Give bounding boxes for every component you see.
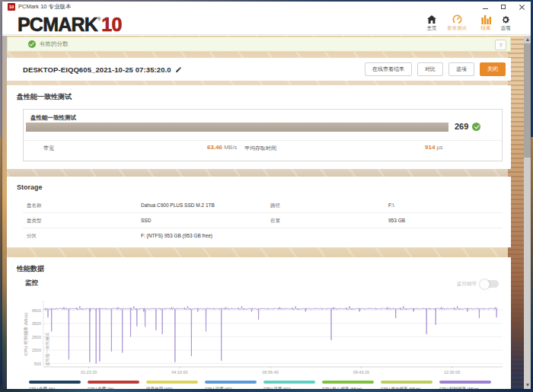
main-nav: 主页 基准测试 结果 选项 — [2, 12, 531, 34]
partition-label: 分区 — [27, 233, 37, 240]
legend-label: 磁盘使用 (I/O) — [146, 386, 194, 390]
legend-color-bar — [29, 381, 81, 384]
consistency-score: 269 — [455, 122, 468, 131]
legend-item: CPU 温度 (°C) — [263, 381, 315, 389]
app-header: PCMARK®10 主页 基准测试 结果 — [2, 12, 531, 35]
svg-text:04:10:00: 04:10:00 — [171, 370, 187, 374]
pcmark-window: 10 PCMark 10 专业版本 PCMARK®10 主页 基准测试 — [2, 2, 531, 389]
performance-section: 性能数据 监控 监控细节 450035002500150050001:23:20… — [7, 257, 511, 389]
bandwidth-value: 63.46 MB/s — [207, 144, 237, 151]
legend-item: CPU 时钟频率 (MHz) — [439, 381, 491, 389]
bandwidth-number: 63.46 — [207, 144, 222, 151]
bandwidth-label: 带宽 — [43, 145, 54, 152]
vertical-scrollbar[interactable] — [524, 36, 531, 389]
legend-label: CPU 时钟频率 (MHz) — [439, 386, 487, 390]
legend-item: CPU 负载 (%) — [29, 381, 81, 389]
edit-pencil-icon[interactable] — [175, 62, 182, 76]
app-icon: 10 — [8, 3, 15, 11]
performance-section-title: 性能数据 — [17, 264, 44, 274]
nav-options-label: 选项 — [483, 25, 528, 32]
table-row: 盘名称 Dahua C900 PLUS SSD M.2 1TB 路径 F:\ — [23, 198, 503, 213]
score-check-icon — [472, 123, 480, 131]
help-button[interactable]: ? — [495, 40, 506, 50]
monitoring-chart: 450035002500150050001:23:2004:10:0006:56… — [13, 295, 508, 382]
maximize-icon — [501, 5, 506, 9]
svg-text:09:43:20: 09:43:20 — [353, 370, 369, 374]
chart-legend: CPU 负载 (%)GPU 负载 (%)磁盘使用 (I/O)GPU 温度 (°C… — [29, 381, 491, 389]
path-value: F:\ — [388, 202, 394, 208]
close-result-button[interactable]: 关闭 — [480, 62, 506, 76]
legend-color-bar — [439, 381, 491, 384]
svg-text:1500: 1500 — [32, 348, 41, 352]
valid-check-icon — [28, 40, 36, 48]
legend-item: GPU 内存频率 (MHz) — [381, 381, 432, 389]
storage-section: Storage 盘名称 Dahua C900 PLUS SSD M.2 1TB … — [7, 177, 511, 247]
valid-score-banner: 有效的分数 ? — [7, 37, 511, 52]
access-time-value: 914 µs — [425, 144, 443, 151]
drive-type-value: SSD — [141, 218, 151, 223]
consistency-section-title: 盘性能一致性测试 — [17, 92, 72, 102]
capacity-label: 容量 — [270, 218, 280, 225]
access-time-label: 平均存取时间 — [244, 145, 276, 152]
drive-name-value: Dahua C900 PLUS SSD M.2 1TB — [141, 202, 215, 208]
table-row: 分区 F: (NTFS) 953 GB (953 GB free) — [23, 228, 503, 244]
legend-label: GPU 温度 (°C) — [205, 386, 253, 390]
consistency-section: 盘性能一致性测试 盘性能一致性测试 269 带宽 63.46 MB/s 平均存取… — [7, 85, 511, 169]
svg-text:3500: 3500 — [32, 321, 41, 326]
capacity-value: 953 GB — [388, 218, 405, 223]
consistency-card-label: 盘性能一致性测试 — [30, 114, 76, 122]
view-online-button[interactable]: 在线查看结果 — [365, 62, 412, 76]
maximize-button[interactable] — [494, 2, 512, 12]
consistency-card: 盘性能一致性测试 269 带宽 63.46 MB/s 平均存取时间 914 µs — [23, 109, 503, 161]
svg-text:01:23:20: 01:23:20 — [81, 370, 97, 374]
scroll-up-arrow-icon[interactable] — [524, 36, 531, 43]
legend-label: CPU 温度 (°C) — [263, 386, 311, 390]
legend-item: 磁盘使用 (I/O) — [146, 381, 198, 389]
toggle-knob — [480, 279, 490, 289]
svg-text:500: 500 — [34, 362, 41, 366]
legend-color-bar — [263, 381, 315, 384]
legend-color-bar — [88, 381, 139, 384]
card-divider — [24, 140, 502, 141]
options-button[interactable]: 选项 — [448, 62, 474, 76]
title-bar: 10 PCMark 10 专业版本 — [2, 2, 531, 12]
legend-item: GPU 核心频率 (MHz) — [322, 381, 374, 389]
legend-label: GPU 内存频率 (MHz) — [381, 386, 429, 390]
monitoring-subtitle: 监控 — [25, 279, 38, 288]
scroll-down-arrow-icon[interactable] — [524, 381, 531, 389]
legend-color-bar — [322, 381, 374, 384]
monitoring-toggle-label: 监控细节 — [457, 281, 477, 288]
bandwidth-unit: MB/s — [224, 144, 237, 151]
drive-type-label: 盘类型 — [27, 218, 42, 225]
score-bar — [26, 123, 448, 132]
svg-text:CPU 时钟频率 (MHz): CPU 时钟频率 (MHz) — [23, 313, 28, 355]
close-window-button[interactable] — [512, 2, 531, 12]
storage-section-title: Storage — [17, 183, 43, 191]
legend-color-bar — [381, 381, 432, 384]
result-title: DESKTOP-EIQQ605_2021-10-25 07:35:20.0 — [23, 65, 171, 74]
legend-item: GPU 温度 (°C) — [205, 381, 257, 389]
nav-options[interactable]: 选项 — [483, 14, 528, 32]
storage-table: 盘名称 Dahua C900 PLUS SSD M.2 1TB 路径 F:\ 盘… — [23, 198, 503, 244]
minimize-button[interactable] — [476, 2, 494, 12]
legend-item: GPU 负载 (%) — [88, 381, 139, 389]
svg-text:2500: 2500 — [32, 335, 41, 339]
legend-color-bar — [146, 381, 198, 384]
table-row: 盘类型 SSD 容量 953 GB — [23, 213, 503, 228]
legend-label: GPU 负载 (%) — [88, 386, 136, 390]
monitoring-toggle[interactable] — [480, 280, 499, 288]
scrollbar-thumb[interactable] — [524, 43, 531, 158]
legend-label: CPU 负载 (%) — [29, 386, 77, 390]
close-icon — [519, 5, 525, 10]
options-gear-icon — [483, 14, 528, 24]
result-header-row: DESKTOP-EIQQ605_2021-10-25 07:35:20.0 在线… — [7, 58, 511, 81]
svg-text:4500: 4500 — [32, 308, 41, 313]
svg-text:06:56:40: 06:56:40 — [262, 370, 278, 374]
drive-name-label: 盘名称 — [27, 202, 42, 209]
legend-color-bar — [205, 381, 257, 384]
legend-label: GPU 核心频率 (MHz) — [322, 386, 370, 390]
minimize-icon — [483, 8, 488, 9]
partition-value: F: (NTFS) 953 GB (953 GB free) — [141, 233, 212, 238]
svg-text:盘性能一致性测试: 盘性能一致性测试 — [45, 333, 50, 367]
compare-button[interactable]: 对比 — [417, 62, 443, 76]
